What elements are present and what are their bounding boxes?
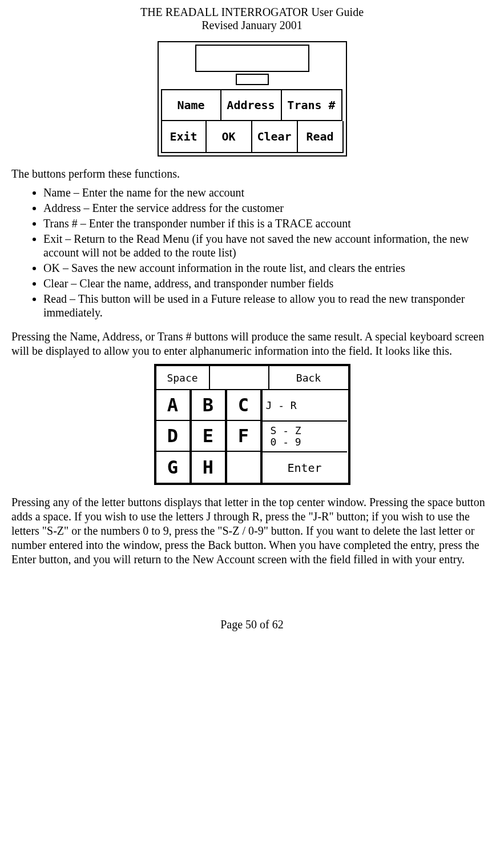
num-label: 0 - 9 [271, 436, 301, 448]
j-r-button[interactable]: J - R [263, 390, 347, 422]
letter-g-button[interactable]: G [156, 452, 192, 483]
keyboard-display [210, 365, 269, 390]
letter-c-button[interactable]: C [227, 390, 263, 421]
list-item: Address – Enter the service address for … [43, 201, 493, 215]
address-button[interactable]: Address [221, 89, 282, 121]
exit-button[interactable]: Exit [161, 121, 207, 153]
ok-button[interactable]: OK [207, 121, 252, 153]
list-item: Trans # – Enter the transponder number i… [43, 216, 493, 230]
name-button[interactable]: Name [161, 89, 221, 121]
doc-subtitle: Revised January 2001 [11, 19, 493, 32]
entry-display [195, 45, 309, 72]
read-button[interactable]: Read [298, 121, 344, 153]
intro-paragraph: The buttons perform these functions. [11, 167, 493, 181]
letter-e-button[interactable]: E [192, 421, 227, 452]
keyboard-explain-paragraph: Pressing any of the letter buttons displ… [11, 495, 493, 567]
enter-button[interactable]: Enter [263, 452, 347, 483]
s-z-0-9-button[interactable]: S - Z 0 - 9 [263, 422, 347, 453]
blank-button[interactable] [227, 452, 263, 483]
letter-b-button[interactable]: B [192, 390, 227, 421]
space-button[interactable]: Space [155, 365, 210, 390]
letter-a-button[interactable]: A [156, 390, 192, 421]
trans-number-button[interactable]: Trans # [282, 89, 342, 121]
display-tab [236, 74, 269, 85]
page-footer: Page 50 of 62 [11, 618, 493, 631]
list-item: Read – This button will be used in a Fut… [43, 292, 493, 319]
list-item: Name – Enter the name for the new accoun… [43, 186, 493, 199]
list-item: OK – Saves the new account information i… [43, 261, 493, 275]
button-functions-list: Name – Enter the name for the new accoun… [11, 186, 493, 319]
sz-label: S - Z [271, 425, 301, 436]
page-header: THE READALL INTERROGATOR User Guide Revi… [11, 6, 493, 32]
back-button[interactable]: Back [269, 365, 349, 390]
list-item: Exit – Return to the Read Menu (if you h… [43, 232, 493, 259]
letter-f-button[interactable]: F [227, 421, 263, 452]
letter-d-button[interactable]: D [156, 421, 192, 452]
list-item: Clear – Clear the name, address, and tra… [43, 276, 493, 290]
letter-h-button[interactable]: H [192, 452, 227, 483]
keyboard-intro-paragraph: Pressing the Name, Address, or Trans # b… [11, 330, 493, 358]
keyboard-screen: Space Back A B C D E F G H [154, 364, 350, 485]
new-account-screen: Name Address Trans # Exit OK Clear Read [158, 41, 347, 157]
clear-button[interactable]: Clear [252, 121, 298, 153]
doc-title: THE READALL INTERROGATOR User Guide [11, 6, 493, 19]
